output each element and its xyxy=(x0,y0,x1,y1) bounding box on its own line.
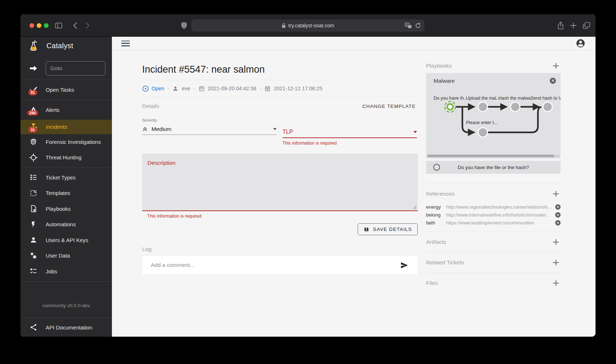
reference-name: faith xyxy=(426,220,446,226)
files-section-label: Files xyxy=(426,280,438,286)
workflow-node-label: Please enter t... xyxy=(466,120,498,125)
translate-icon[interactable]: Ax xyxy=(405,23,412,28)
double-chevron-up-icon xyxy=(142,126,148,132)
resize-grip-icon[interactable] xyxy=(413,205,417,209)
reference-row: belong http://www.internalredefine.info/… xyxy=(426,211,561,219)
sidebar-toggle-icon[interactable] xyxy=(55,23,62,28)
sidebar-item-label: Ticket Types xyxy=(46,174,76,181)
sidebar-item-user-data[interactable]: User Data xyxy=(21,248,112,263)
sidebar-item-users-api-keys[interactable]: Users & API Keys xyxy=(21,232,112,247)
reference-url[interactable]: http://www.internalredefine.info/holisti… xyxy=(446,212,552,218)
zoom-window-button[interactable] xyxy=(44,23,49,28)
divider xyxy=(426,183,561,183)
add-playbook-button[interactable] xyxy=(552,62,560,70)
sidebar-item-jobs[interactable]: Jobs xyxy=(21,263,112,279)
app-sidebar: Catalyst 91 Open Tasks xyxy=(21,37,112,337)
sidebar-item-api-documentation[interactable]: API Documentation xyxy=(21,318,112,337)
modified-calendar-icon xyxy=(264,86,271,92)
url-text: try.catalyst-soar.com xyxy=(288,23,334,28)
tab-overview-icon[interactable] xyxy=(583,22,590,29)
severity-label: Severity xyxy=(142,118,277,122)
remove-reference-button[interactable]: ✕ xyxy=(555,212,561,218)
close-window-button[interactable] xyxy=(30,23,34,28)
crosshair-icon xyxy=(28,153,38,163)
browser-window: try.catalyst-soar.com Ax xyxy=(21,14,595,337)
divider xyxy=(21,167,112,168)
check-icon: 91 xyxy=(28,85,38,95)
tlp-field[interactable]: TLP This information is required xyxy=(282,118,417,146)
sidebar-item-templates[interactable]: Templates xyxy=(21,185,112,201)
traffic-lights xyxy=(30,23,49,28)
remove-reference-button[interactable]: ✕ xyxy=(555,220,561,226)
comment-box xyxy=(142,256,418,274)
status-badge[interactable]: Open xyxy=(142,85,164,92)
sidebar-item-playbooks[interactable]: Playbooks xyxy=(21,201,112,216)
sidebar-item-alerts[interactable]: 294 Alerts xyxy=(21,100,112,120)
playbook-card: Malware ✕ Do you have th... Upload the m… xyxy=(426,73,561,159)
description-textarea[interactable]: Description xyxy=(142,154,418,211)
incidents-badge: 31 xyxy=(28,127,37,133)
related-tickets-section-label: Related Tickets xyxy=(426,259,464,266)
dropdown-caret-icon xyxy=(273,128,277,130)
add-related-ticket-button[interactable] xyxy=(552,259,560,267)
forward-icon[interactable] xyxy=(86,22,90,29)
playbook-file-icon xyxy=(28,204,38,214)
sidebar-item-label: Automations xyxy=(46,221,76,227)
lock-icon xyxy=(282,23,286,28)
reference-url[interactable]: http://www.regionaltechnologies.name/rel… xyxy=(446,204,552,210)
meta-separator: · xyxy=(259,86,261,91)
brand-name: Catalyst xyxy=(46,42,73,50)
gears-icon xyxy=(28,251,38,261)
reload-icon[interactable] xyxy=(415,23,421,28)
sidebar-item-label: Forensic Investigations xyxy=(46,139,101,145)
severity-field[interactable]: Severity Medium xyxy=(142,118,277,146)
severity-value: Medium xyxy=(151,126,171,132)
sidebar-item-incidents[interactable]: 31 Incidents xyxy=(21,120,112,134)
shield-icon[interactable] xyxy=(181,22,187,29)
sidebar-item-open-tasks[interactable]: 91 Open Tasks xyxy=(21,80,112,100)
task-radio-icon[interactable] xyxy=(433,164,440,171)
save-details-button[interactable]: SAVE DETAILS xyxy=(358,223,418,235)
send-icon[interactable] xyxy=(399,260,409,270)
open-tasks-badge: 91 xyxy=(28,90,37,95)
playbook-task-row[interactable]: Do you have the file or the hash? xyxy=(426,161,561,174)
sidebar-item-forensic-investigations[interactable]: Forensic Investigations xyxy=(21,134,112,150)
workflow-diagram[interactable] xyxy=(426,73,561,159)
back-icon[interactable] xyxy=(73,22,77,29)
incident-meta-row: Open · eve · 2021-09-20 04:42:38 xyxy=(142,80,418,97)
sidebar-item-threat-hunting[interactable]: Threat Hunting xyxy=(21,150,112,165)
remove-reference-button[interactable]: ✕ xyxy=(555,204,561,210)
change-template-button[interactable]: CHANGE TEMPLATE xyxy=(360,102,418,110)
add-file-button[interactable] xyxy=(552,279,560,287)
workflow-node-label: Do you have th... xyxy=(434,96,468,101)
add-reference-button[interactable] xyxy=(552,190,560,198)
sidebar-item-ticket-types[interactable]: Ticket Types xyxy=(21,170,112,185)
share-icon[interactable] xyxy=(557,22,564,29)
sidebar-item-label: Open Tasks xyxy=(46,87,74,93)
reference-row: energy http://www.regionaltechnologies.n… xyxy=(426,203,561,211)
add-artifact-button[interactable] xyxy=(552,238,560,246)
checklist-icon xyxy=(28,266,38,276)
tlp-error-text: This information is required xyxy=(282,141,417,146)
sidebar-item-label: API Documentation xyxy=(46,324,92,331)
references-list: energy http://www.regionaltechnologies.n… xyxy=(426,203,561,227)
minimize-window-button[interactable] xyxy=(37,23,41,28)
address-bar[interactable]: try.catalyst-soar.com Ax xyxy=(191,19,425,32)
goto-input[interactable] xyxy=(46,61,105,76)
log-section-label: Log xyxy=(142,246,418,252)
created-timestamp: 2021-09-20 04:42:38 xyxy=(208,86,257,91)
new-tab-icon[interactable] xyxy=(570,22,576,28)
meta-separator: · xyxy=(167,86,169,91)
desktop-background: try.catalyst-soar.com Ax xyxy=(0,0,616,364)
sidebar-item-label: Templates xyxy=(46,190,70,196)
sidebar-item-label: Playbooks xyxy=(46,206,71,212)
warning-icon: 294 xyxy=(28,105,38,115)
created-calendar-icon xyxy=(199,86,205,92)
menu-icon[interactable] xyxy=(121,41,130,46)
reference-url[interactable]: https://www.leadimplement.io/communities xyxy=(446,220,552,226)
comment-input[interactable] xyxy=(151,262,399,268)
status-open-icon xyxy=(142,85,149,92)
account-avatar-icon[interactable] xyxy=(576,38,585,48)
sidebar-item-automations[interactable]: Automations xyxy=(21,217,112,232)
workflow-node-label: Upload the mal... xyxy=(466,96,500,101)
